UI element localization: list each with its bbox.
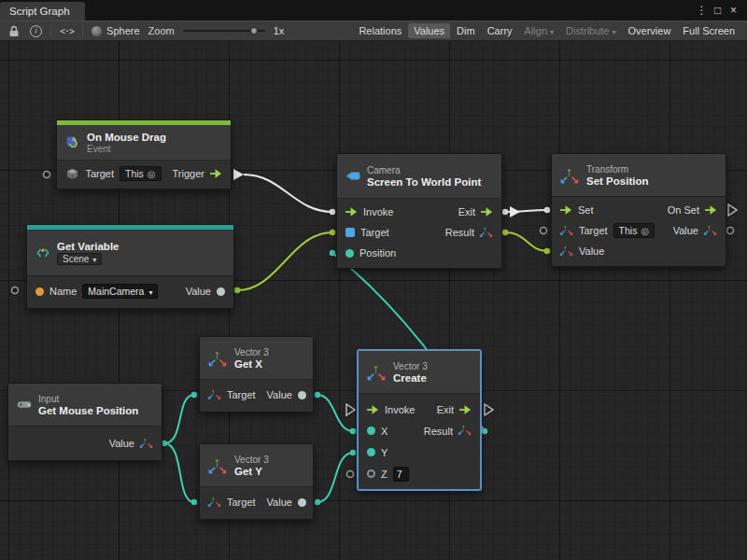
node-vector3-create[interactable]: Vector 3 Create Invoke Exit X Result	[358, 350, 481, 490]
wire-variable-target[interactable]	[237, 232, 332, 290]
wire-getx-createx[interactable]	[317, 395, 353, 431]
wire-exit-set[interactable]	[505, 210, 547, 212]
flow-arrow-icon[interactable]	[481, 207, 493, 217]
unconnected-port[interactable]	[44, 172, 50, 178]
target-port-label: Target	[227, 497, 256, 508]
string-port[interactable]	[35, 287, 44, 296]
variable-name-dropdown[interactable]: MainCamera	[82, 284, 158, 299]
vector3-icon[interactable]	[208, 389, 221, 401]
align-button[interactable]: Align	[519, 23, 559, 38]
wire-mouse-getx[interactable]	[164, 395, 194, 443]
vector-port[interactable]	[345, 249, 354, 258]
x-port[interactable]	[367, 427, 375, 435]
wire-gety-createy[interactable]	[317, 453, 353, 502]
result-port-label: Result	[445, 227, 474, 238]
target-picker-icon	[148, 168, 156, 179]
unconnected-flow-port[interactable]	[485, 404, 493, 415]
wire-trigger-invoke[interactable]	[244, 175, 332, 212]
node-set-position[interactable]: Transform Set Position Set On Set Target…	[551, 153, 726, 267]
flow-arrow-icon[interactable]	[345, 207, 358, 217]
camera-target-port[interactable]	[330, 230, 335, 235]
invoke-port-label: Invoke	[363, 206, 393, 217]
distribute-button[interactable]: Distribute	[560, 23, 621, 38]
unconnected-port[interactable]	[727, 228, 734, 234]
getx-value-port[interactable]	[315, 392, 320, 398]
node-category: Vector 3	[234, 455, 269, 465]
tab-script-graph[interactable]: Script Graph	[0, 2, 85, 21]
create-result-port[interactable]	[482, 428, 487, 434]
node-title: On Mouse Drag	[87, 132, 166, 143]
info-icon[interactable]	[30, 25, 42, 37]
flow-arrow-icon[interactable]	[210, 169, 222, 178]
menu-icon[interactable]: ⋮	[694, 4, 710, 17]
gety-target-port[interactable]	[191, 499, 197, 505]
vector3-icon	[208, 456, 228, 475]
camera-type-port[interactable]	[345, 228, 355, 237]
graph-canvas[interactable]: On Mouse Drag Event Target This Trigger	[0, 41, 747, 560]
exit-port[interactable]	[502, 209, 508, 215]
wire-mouse-gety[interactable]	[164, 443, 194, 502]
variable-scope-dropdown[interactable]: Scene	[57, 253, 102, 265]
node-get-y[interactable]: Vector 3 Get Y Target Value	[199, 443, 314, 520]
overview-button[interactable]: Overview	[623, 23, 677, 38]
flow-arrow-icon[interactable]	[560, 205, 572, 215]
zoom-slider[interactable]	[183, 24, 265, 37]
node-get-mouse-position[interactable]: Input Get Mouse Position Value	[7, 383, 162, 461]
vector3-icon[interactable]	[560, 225, 573, 237]
this-owner-chip[interactable]: This	[613, 223, 655, 238]
maximize-icon[interactable]: □	[710, 4, 726, 17]
set-port[interactable]	[544, 207, 550, 213]
context-breadcrumb[interactable]: Sphere	[92, 25, 139, 36]
unconnected-port[interactable]	[541, 228, 547, 234]
values-button[interactable]: Values	[408, 23, 450, 38]
wire-result-value[interactable]	[505, 232, 547, 251]
node-get-x[interactable]: Vector 3 Get X Target Value	[199, 336, 314, 413]
relations-button[interactable]: Relations	[353, 23, 407, 38]
node-on-mouse-drag[interactable]: On Mouse Drag Event Target This Trigger	[56, 119, 232, 189]
node-category: Transform	[586, 164, 648, 175]
getx-target-port[interactable]	[191, 392, 197, 398]
transform-value-port[interactable]	[544, 248, 550, 254]
node-category: Input	[38, 394, 138, 404]
vector3-icon[interactable]	[208, 497, 221, 509]
z-value-input[interactable]	[393, 467, 409, 482]
set-port-label: Set	[578, 204, 594, 216]
gety-value-port[interactable]	[315, 499, 320, 505]
flow-arrow-icon[interactable]	[705, 205, 717, 215]
code-graph-icon[interactable]	[60, 26, 74, 36]
variable-value-port[interactable]	[234, 287, 240, 293]
value-in-port-label: Value	[579, 245, 604, 257]
unconnected-port[interactable]	[12, 287, 19, 294]
node-screen-to-world-point[interactable]: Camera Screen To World Point Invoke Exit…	[336, 153, 502, 269]
vector3-icon[interactable]	[704, 225, 717, 237]
flow-arrow-icon[interactable]	[459, 405, 472, 414]
close-icon[interactable]: ×	[726, 4, 741, 17]
create-y-port[interactable]	[350, 450, 356, 455]
vector3-icon[interactable]	[560, 245, 573, 258]
this-owner-chip[interactable]: This	[120, 166, 162, 181]
dim-button[interactable]: Dim	[451, 23, 481, 38]
zoom-slider-handle[interactable]	[250, 27, 258, 35]
y-port[interactable]	[367, 448, 375, 456]
value-port[interactable]	[298, 391, 306, 399]
vector3-icon[interactable]	[458, 425, 472, 437]
unconnected-flow-port[interactable]	[728, 204, 737, 216]
flow-arrow-icon[interactable]	[367, 405, 379, 414]
node-get-variable[interactable]: Get Variable Scene Name MainCamera	[26, 224, 234, 309]
value-port[interactable]	[298, 498, 306, 507]
invoke-port[interactable]	[330, 209, 335, 215]
vector3-icon[interactable]	[140, 438, 153, 450]
camera-result-port[interactable]	[502, 230, 508, 235]
carry-button[interactable]: Carry	[482, 23, 518, 38]
unconnected-flow-port[interactable]	[346, 404, 355, 415]
vector3-icon[interactable]	[480, 227, 493, 239]
unconnected-port[interactable]	[347, 471, 354, 478]
value-port[interactable]	[217, 287, 225, 296]
gamepad-icon	[17, 398, 32, 413]
lock-icon[interactable]	[7, 23, 21, 38]
camera-position-port[interactable]	[330, 250, 335, 256]
fullscreen-button[interactable]: Full Screen	[677, 23, 740, 38]
z-port[interactable]	[367, 469, 375, 478]
value-port-label: Value	[267, 389, 292, 400]
create-x-port[interactable]	[350, 428, 356, 434]
